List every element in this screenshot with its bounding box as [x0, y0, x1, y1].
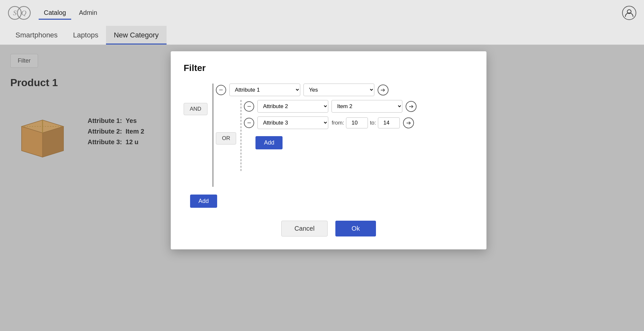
filter-modal: Filter AND − Attribute 1 Attribute 2 A	[171, 51, 486, 249]
range-to-input[interactable]	[378, 117, 400, 128]
header: S Q Catalog Admin	[0, 0, 644, 26]
sub-nav-arrow-1-button[interactable]: ➔	[406, 101, 417, 112]
cat-tab-smartphones[interactable]: Smartphones	[8, 26, 65, 45]
modal-footer: Cancel Ok	[184, 221, 474, 236]
sub-filter-row-1: − Attribute 1 Attribute 2 Attribute 3 It…	[244, 100, 417, 113]
remove-sub-row-2-button[interactable]: −	[244, 118, 254, 128]
attr-1-select[interactable]: Attribute 1 Attribute 2 Attribute 3	[229, 84, 300, 96]
sub-filter-row-2: − Attribute 1 Attribute 2 Attribute 3 fr…	[244, 116, 417, 129]
main-content: Filter Product 1 Attribute 1: Yes	[0, 45, 644, 331]
and-section: AND	[184, 103, 210, 115]
filter-row-1: − Attribute 1 Attribute 2 Attribute 3 Ye…	[216, 84, 417, 96]
sub-nav-arrow-2-button[interactable]: ➔	[403, 117, 414, 128]
category-tabs: Smartphones Laptops New Category	[0, 26, 644, 45]
logo: S Q	[8, 4, 31, 22]
sub-val-1-select[interactable]: Item 1 Item 2 Item 3	[332, 100, 402, 113]
cat-tab-new-category[interactable]: New Category	[106, 26, 166, 45]
from-label: from:	[332, 120, 344, 126]
range-from-input[interactable]	[346, 117, 368, 128]
cat-tab-laptops[interactable]: Laptops	[65, 26, 106, 45]
nav-arrow-1-button[interactable]: ➔	[378, 85, 389, 95]
range-area: from: to:	[332, 117, 400, 128]
sub-filter-rows: − Attribute 1 Attribute 2 Attribute 3 It…	[244, 100, 417, 149]
svg-text:Q: Q	[21, 9, 26, 17]
sub-attr-2-select[interactable]: Attribute 1 Attribute 2 Attribute 3	[257, 116, 328, 129]
header-left: S Q Catalog Admin	[8, 4, 102, 22]
or-button[interactable]: OR	[216, 132, 236, 145]
nav-tabs: Catalog Admin	[39, 6, 102, 20]
user-icon[interactable]	[622, 6, 636, 20]
nav-tab-catalog[interactable]: Catalog	[39, 6, 71, 20]
nav-tab-admin[interactable]: Admin	[74, 6, 102, 20]
remove-row-1-button[interactable]: −	[216, 85, 226, 95]
remove-sub-row-1-button[interactable]: −	[244, 101, 254, 112]
add-sub-button[interactable]: Add	[255, 136, 283, 149]
vertical-line	[213, 84, 213, 187]
sub-attr-1-select[interactable]: Attribute 1 Attribute 2 Attribute 3	[257, 100, 328, 113]
to-label: to:	[370, 120, 376, 126]
and-button[interactable]: AND	[184, 103, 207, 115]
add-main-button[interactable]: Add	[190, 195, 217, 208]
or-group: OR − Attribute 1 Attribute 2 A	[216, 100, 417, 171]
add-main-area: Add	[190, 189, 474, 208]
ok-button[interactable]: Ok	[335, 221, 376, 236]
or-col: OR	[216, 132, 238, 145]
add-sub-area: Add	[244, 133, 417, 149]
val-1-select[interactable]: Yes No	[303, 84, 374, 96]
modal-title: Filter	[184, 63, 474, 73]
filter-area: AND − Attribute 1 Attribute 2 Attribute …	[184, 84, 474, 187]
modal-overlay: Filter AND − Attribute 1 Attribute 2 A	[0, 45, 644, 331]
dashed-line	[241, 100, 241, 171]
svg-text:S: S	[13, 9, 17, 17]
cancel-button[interactable]: Cancel	[281, 221, 328, 236]
